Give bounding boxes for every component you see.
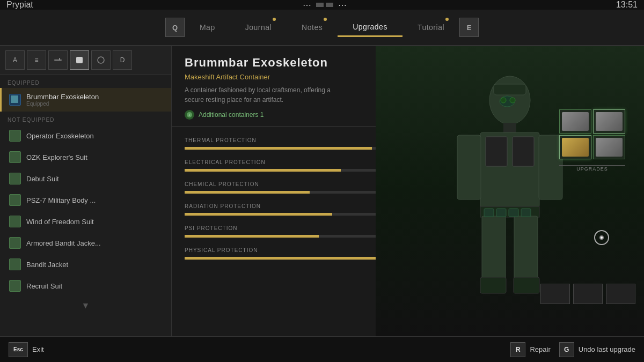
location-label: Prypiat [6,0,33,10]
brummbar-text: Brummbar Exoskeleton Equipped [26,93,99,107]
slot-item-3 [562,138,589,157]
sidebar-item-bandit[interactable]: Bandit Jacket [0,254,171,275]
undo-key: G [559,342,574,357]
tab-map[interactable]: Map [185,19,230,36]
sidebar-btn-a[interactable]: A [5,50,25,70]
svg-rect-2 [76,57,83,63]
journal-dot [273,18,276,21]
repair-label: Repair [530,345,550,353]
item-icon-armored-bandit [9,237,21,249]
svg-rect-1 [59,58,60,61]
tab-notes[interactable]: Notes [287,19,338,36]
slot-item-4 [596,138,623,157]
sidebar-item-debut[interactable]: Debut Suit [0,168,171,189]
item-icon-psz7 [9,194,21,206]
action-bar: Esc Exit R Repair G Undo last upgrade [0,336,644,362]
top-bar: Prypiat ⋯ ⋯ 13:51 [0,0,644,10]
sidebar-icon-bar: A ≡ D [0,46,171,75]
svg-point-26 [510,98,515,103]
upgrade-slot-2[interactable] [593,109,625,134]
bottom-slot-2[interactable] [573,284,603,304]
repair-key: R [510,342,525,357]
drag-handle: ⋯ [303,0,311,10]
not-equipped-label: Not equipped [0,112,171,125]
item-description: A container fashioned by local craftsmen… [185,85,335,105]
svg-rect-15 [482,216,506,280]
item-icon-ozk [9,151,21,163]
stat-chemical-fill [185,191,310,194]
right-actions: R Repair G Undo last upgrade [510,342,635,357]
upgrade-slots-grid: UPGRADES [559,109,625,172]
repair-button[interactable]: R Repair [510,342,550,357]
svg-text:+: + [188,113,191,117]
svg-point-3 [98,57,104,63]
sidebar-btn-quest[interactable] [91,50,111,70]
right-panel: 249524 ₴ Brummbar Exoskeleton Makeshift … [172,46,644,336]
tab-tutorial[interactable]: Tutorial [402,19,459,36]
item-icon-recruit [9,280,21,292]
stat-psi-fill [185,235,319,238]
svg-rect-21 [484,209,494,217]
slot-item-2 [596,112,623,131]
undo-upgrade-button[interactable]: G Undo last upgrade [559,342,635,357]
stat-chemical-label: CHEMICAL PROTECTION [185,181,259,187]
container-bonus-label: Additional containers 1 [199,111,264,119]
stat-thermal-label: THERMAL PROTECTION [185,137,257,143]
sidebar-item-wind[interactable]: Wind of Freedom Suit [0,211,171,232]
sidebar-item-psz7[interactable]: PSZ-7 Military Body ... [0,189,171,211]
sidebar-btn-d[interactable]: D [113,50,132,70]
stat-psi-label: PSI PROTECTION [185,225,237,231]
scroll-down-indicator: ▼ [0,297,171,315]
svg-rect-13 [513,137,534,166]
sidebar-item-armored-bandit[interactable]: Armored Bandit Jacke... [0,232,171,254]
target-dot [599,235,604,240]
sidebar-item-operator[interactable]: Operator Exoskeleton [0,125,171,146]
svg-rect-23 [509,209,518,217]
slot-item-1 [562,112,589,131]
notes-dot [324,18,327,21]
svg-rect-12 [486,137,507,166]
item-icon-operator [9,130,21,142]
item-icon-wind [9,216,21,227]
sidebar-item-recruit[interactable]: Recruit Suit [0,275,171,297]
tab-journal[interactable]: Journal [230,19,287,36]
nav-left-key[interactable]: Q [165,18,185,37]
character-figure [424,63,596,320]
stat-thermal-fill [185,147,372,150]
svg-rect-22 [496,209,506,217]
svg-rect-17 [457,135,481,200]
svg-rect-10 [503,123,516,134]
tutorial-dot [445,18,449,21]
sidebar-btn-armor[interactable] [70,50,89,70]
svg-rect-20 [514,277,539,293]
sidebar-btn-list[interactable]: ≡ [27,50,46,70]
stat-physical-label: PHYSICAL PROTECTION [185,247,258,253]
exit-key: Esc [9,342,28,357]
svg-rect-16 [514,216,538,280]
exit-label: Exit [32,345,44,353]
target-indicator[interactable] [594,230,609,245]
upgrade-slot-3[interactable] [559,135,591,159]
stat-electrical-fill [185,169,341,172]
exit-button[interactable]: Esc Exit [9,342,44,357]
svg-rect-9 [494,84,526,95]
clock: 13:51 [616,0,638,10]
stat-electrical-label: ELECTRICAL PROTECTION [185,159,266,165]
svg-rect-4 [11,95,18,103]
sidebar-item-ozk[interactable]: OZK Explorer's Suit [0,146,171,168]
svg-rect-24 [521,209,531,217]
nav-tabs: Q Map Journal Notes Upgrades Tutorial E [0,10,644,46]
upgrade-slot-4[interactable] [593,135,625,159]
upgrades-label: UPGRADES [576,166,608,172]
sidebar-btn-weapon[interactable] [48,50,68,70]
svg-rect-0 [54,60,62,61]
bottom-slot-3[interactable] [606,284,635,304]
sidebar-item-brummbar[interactable]: Brummbar Exoskeleton Equipped [0,88,171,112]
main-content: A ≡ D Equipped Brummbar Exoskeleton Equi… [0,46,644,336]
tab-upgrades[interactable]: Upgrades [338,18,402,37]
bottom-slot-1[interactable] [540,284,570,304]
nav-right-key[interactable]: E [459,18,479,37]
upgrade-slot-1[interactable] [559,109,591,134]
sidebar: A ≡ D Equipped Brummbar Exoskeleton Equi… [0,46,172,336]
svg-rect-19 [480,277,506,293]
